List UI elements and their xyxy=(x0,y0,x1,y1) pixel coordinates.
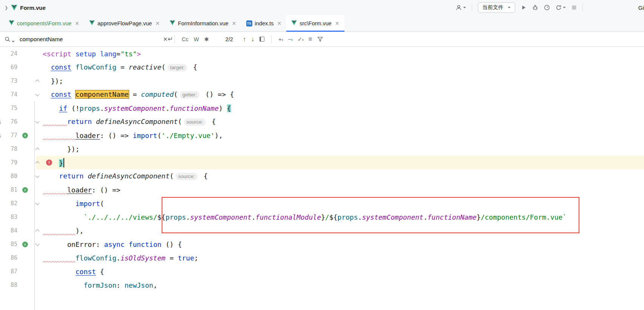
new-line-icon[interactable]: ↵ xyxy=(168,36,173,42)
fold-up-icon[interactable] xyxy=(35,229,39,233)
token-d xyxy=(71,50,76,58)
code-line-87[interactable]: 87 const { xyxy=(0,265,644,278)
error-icon[interactable]: ! xyxy=(46,160,52,166)
divider xyxy=(175,35,175,43)
token-d: . xyxy=(165,104,170,112)
regex-toggle[interactable]: ✱ xyxy=(204,36,209,42)
tab-close-icon[interactable]: ✕ xyxy=(232,20,236,26)
stop-button[interactable] xyxy=(571,5,577,10)
select-occurrences-icon[interactable]: ✓II xyxy=(297,36,303,42)
code-line-80[interactable]: 80 return defineAsyncComponent(source: { xyxy=(0,169,644,183)
previous-match-button[interactable]: ↑ xyxy=(243,36,246,43)
line-number[interactable]: 84 xyxy=(5,227,17,234)
line-number[interactable]: 75 xyxy=(5,105,17,112)
override-gutter-icon[interactable]: ↑ xyxy=(22,242,28,247)
token-d: , xyxy=(153,281,158,289)
editor-tab[interactable]: src\Form.vue✕ xyxy=(286,15,344,31)
token-d: = xyxy=(116,50,120,58)
code-line-81[interactable]: 81↑ loader: () => xyxy=(0,183,644,197)
token-d xyxy=(43,200,76,208)
search-in-selection-toggle[interactable] xyxy=(259,37,264,42)
code-line-88[interactable]: 88 formJson: newJson, xyxy=(0,278,644,292)
fold-down-icon[interactable] xyxy=(35,174,39,178)
remove-occurrence-icon[interactable]: −II xyxy=(288,36,292,42)
rerun-button[interactable] xyxy=(556,5,566,11)
fold-up-icon[interactable] xyxy=(35,147,39,152)
fold-down-icon[interactable] xyxy=(35,201,39,205)
line-number[interactable]: 77 xyxy=(5,132,17,139)
token-t: > xyxy=(137,50,141,58)
code-editor[interactable]: 24<script setup lang="ts">69 const flowC… xyxy=(0,47,644,310)
editor-tab[interactable]: approveFlowPage.vue✕ xyxy=(84,15,165,31)
git-menu[interactable]: Git xyxy=(638,5,644,11)
line-number[interactable]: 81 xyxy=(5,186,17,193)
debug-button[interactable] xyxy=(532,5,538,11)
code-line-74[interactable]: 74 const componentName = computed(getter… xyxy=(0,88,644,101)
next-match-button[interactable]: ↓ xyxy=(251,36,254,43)
code-line-24[interactable]: 24<script setup lang="ts"> xyxy=(0,47,644,60)
override-gutter-icon[interactable]: ↑ xyxy=(22,133,28,138)
editor-tab[interactable]: components\Form.vue✕ xyxy=(4,15,84,31)
tab-close-icon[interactable]: ✕ xyxy=(75,20,79,26)
token-d xyxy=(43,90,51,98)
code-line-78[interactable]: 78 }); xyxy=(0,142,644,156)
token-we xyxy=(43,227,76,235)
vue-icon xyxy=(89,20,95,26)
user-account-icon[interactable] xyxy=(456,5,466,11)
run-button[interactable] xyxy=(521,5,527,11)
code-line-69[interactable]: 69 const flowConfig = reactive(target: { xyxy=(0,60,644,74)
code-line-73[interactable]: 73 }); xyxy=(0,74,644,88)
token-d: . xyxy=(423,213,428,221)
editor-tab[interactable]: TSindex.ts✕ xyxy=(241,15,287,31)
code-line-79[interactable]: 79! } xyxy=(0,156,644,169)
code-line-83[interactable]: 83 `./../../../views/${props.systemCompo… xyxy=(0,210,644,224)
whole-words-toggle[interactable]: W xyxy=(194,36,199,42)
code-line-77[interactable]: 577↑ loader: () => import('./Empty.vue')… xyxy=(0,129,644,142)
token-d: onError xyxy=(67,240,96,248)
fold-down-icon[interactable] xyxy=(35,242,39,246)
divider xyxy=(271,35,272,43)
fold-down-icon[interactable] xyxy=(35,119,39,123)
line-number[interactable]: 74 xyxy=(5,91,17,98)
tab-close-icon[interactable]: ✕ xyxy=(335,20,340,26)
line-number[interactable]: 78 xyxy=(5,146,17,152)
line-number[interactable]: 80 xyxy=(5,173,17,180)
code-line-85[interactable]: 85↑ onError: async function () { xyxy=(0,237,644,251)
tab-close-icon[interactable]: ✕ xyxy=(277,20,282,26)
code-line-86[interactable]: 86 flowConfig.isOldSystem = true; xyxy=(0,251,644,265)
code-line-75[interactable]: 75 if (!props.systemComponent.functionNa… xyxy=(0,101,644,115)
editor-tab[interactable]: FormInformation.vue✕ xyxy=(165,15,241,31)
line-number[interactable]: 73 xyxy=(5,78,17,84)
code-line-82[interactable]: 82 import( xyxy=(0,197,644,210)
fold-up-icon[interactable] xyxy=(35,79,39,84)
search-icon[interactable] xyxy=(5,36,15,42)
line-number[interactable]: 83 xyxy=(5,214,17,220)
code-text: } xyxy=(42,158,64,167)
line-number[interactable]: 85 xyxy=(5,241,17,248)
run-configuration-selector[interactable]: 当前文件 xyxy=(478,2,515,13)
token-d: = xyxy=(129,90,141,98)
code-line-84[interactable]: 84 ), xyxy=(0,224,644,237)
line-number[interactable]: 79 xyxy=(5,159,17,166)
filter-funnel-icon[interactable] xyxy=(317,37,323,42)
search-input[interactable]: componentName ✕ xyxy=(5,36,168,42)
line-number[interactable]: 88 xyxy=(5,282,17,288)
clear-search-icon[interactable]: ✕ xyxy=(163,36,168,42)
edge-digit: 6 xyxy=(0,119,1,126)
fold-down-icon[interactable] xyxy=(35,92,39,96)
line-number[interactable]: 86 xyxy=(5,254,17,261)
override-gutter-icon[interactable]: ↑ xyxy=(22,187,28,193)
line-number[interactable]: 82 xyxy=(5,200,17,207)
line-number[interactable]: 24 xyxy=(5,50,17,57)
search-query-text[interactable]: componentName xyxy=(20,36,158,42)
line-number[interactable]: 69 xyxy=(5,64,17,71)
tab-close-icon[interactable]: ✕ xyxy=(155,20,160,26)
fold-up-icon[interactable] xyxy=(35,161,39,165)
profiler-button[interactable] xyxy=(544,5,550,11)
add-occurrence-icon[interactable]: +II xyxy=(278,36,283,42)
line-number[interactable]: 87 xyxy=(5,268,17,275)
line-number[interactable]: 76 xyxy=(5,118,17,125)
match-case-toggle[interactable]: Cc xyxy=(182,36,188,42)
code-line-76[interactable]: 676 return defineAsyncComponent(source: … xyxy=(0,115,644,129)
sort-lines-icon[interactable]: ≡ xyxy=(308,36,312,42)
